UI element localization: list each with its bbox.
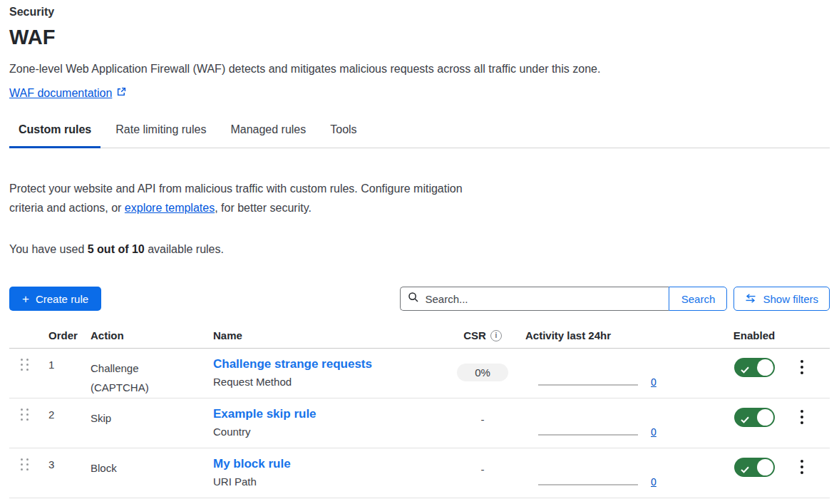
enabled-toggle[interactable] [734, 408, 775, 427]
rule-name-link[interactable]: My block rule [213, 457, 291, 470]
table-row: 1 Challenge (CAPTCHA) Challenge strange … [9, 349, 830, 398]
waf-page: Security WAF Zone-level Web Application … [0, 0, 839, 498]
enabled-toggle[interactable] [734, 358, 775, 377]
search-group: Search [400, 287, 727, 311]
header-csr-label: CSR [463, 329, 486, 341]
create-rule-button[interactable]: + Create rule [9, 287, 101, 311]
tab-bar: Custom rules Rate limiting rules Managed… [9, 123, 830, 148]
intro-line2-pre: criteria and actions, or [9, 202, 125, 214]
drag-handle-icon [21, 458, 39, 470]
drag-handle[interactable] [9, 398, 39, 421]
search-input[interactable] [425, 293, 662, 305]
rule-action: Skip [91, 398, 183, 428]
rule-enabled-cell [734, 349, 775, 380]
rule-field: Request Method [213, 376, 440, 388]
kebab-menu-icon[interactable] [796, 359, 830, 376]
toggle-knob [757, 359, 773, 376]
rule-enabled-cell [734, 398, 775, 430]
enabled-toggle[interactable] [734, 458, 775, 477]
check-icon [741, 463, 749, 476]
kebab-menu-icon[interactable] [796, 408, 830, 426]
activity-sparkline [538, 484, 638, 485]
waf-documentation-link-label: WAF documentation [9, 87, 112, 100]
rule-name-cell: My block rule URI Path [213, 448, 440, 488]
custom-rules-table: Order Action Name CSR i Activity last 24… [9, 329, 830, 498]
intro-line2-post: , for better security. [215, 202, 312, 214]
check-icon [741, 413, 749, 426]
page-description: Zone-level Web Application Firewall (WAF… [9, 61, 830, 76]
page-title: WAF [9, 25, 830, 49]
drag-handle-icon [21, 359, 39, 371]
rule-menu-cell [793, 448, 830, 475]
rule-action: Block [91, 448, 183, 478]
table-row: 2 Skip Example skip rule Country - 0 [9, 398, 830, 448]
table-header-row: Order Action Name CSR i Activity last 24… [9, 329, 830, 349]
rule-name-cell: Example skip rule Country [213, 398, 440, 438]
rule-field: Country [213, 426, 440, 438]
header-order: Order [39, 329, 91, 341]
rule-name-link[interactable]: Challenge strange requests [213, 357, 372, 371]
toggle-knob [757, 409, 773, 426]
rules-toolbar: + Create rule Search [9, 287, 830, 311]
drag-handle-icon [21, 408, 39, 421]
breadcrumb: Security [9, 5, 830, 19]
activity-count-link[interactable]: 0 [651, 376, 657, 388]
table-row: 3 Block My block rule URI Path - 0 [9, 448, 830, 498]
csr-value: 0% [457, 364, 508, 381]
search-icon [408, 292, 419, 306]
rule-order: 1 [39, 349, 91, 371]
tab-custom-rules[interactable]: Custom rules [9, 123, 101, 148]
info-icon[interactable]: i [490, 330, 502, 341]
show-filters-button[interactable]: Show filters [734, 287, 830, 311]
rule-activity-cell: 0 [525, 448, 715, 498]
kebab-menu-icon[interactable] [796, 458, 830, 475]
rule-name-link[interactable]: Example skip rule [213, 407, 316, 421]
intro-line1: Protect your website and API from malici… [9, 182, 463, 195]
swap-arrows-icon [745, 293, 756, 305]
intro-text: Protect your website and API from malici… [9, 179, 830, 217]
rule-csr-cell: - [440, 448, 525, 475]
usage-count: 5 out of 10 [88, 243, 145, 255]
waf-documentation-link[interactable]: WAF documentation [9, 87, 126, 100]
tab-rate-limiting-rules[interactable]: Rate limiting rules [106, 123, 215, 148]
toggle-knob [757, 459, 773, 475]
rule-field: URI Path [213, 475, 440, 488]
plus-icon: + [22, 293, 29, 305]
rule-menu-cell [793, 398, 830, 426]
rule-menu-cell [793, 349, 830, 376]
create-rule-label: Create rule [36, 293, 88, 305]
usage-pre: You have used [9, 243, 88, 255]
header-action: Action [91, 329, 213, 341]
check-icon [741, 364, 749, 376]
rule-activity-cell: 0 [525, 349, 715, 398]
rule-csr-cell: - [440, 398, 525, 426]
usage-summary: You have used 5 out of 10 available rule… [9, 243, 830, 256]
activity-count-link[interactable]: 0 [651, 476, 657, 488]
rule-name-cell: Challenge strange requests Request Metho… [213, 349, 440, 388]
rule-order: 2 [39, 398, 91, 421]
activity-sparkline [538, 434, 638, 436]
header-name: Name [213, 329, 440, 341]
rule-action: Challenge (CAPTCHA) [91, 349, 183, 397]
external-link-icon [116, 87, 126, 100]
tab-tools[interactable]: Tools [321, 123, 366, 148]
show-filters-label: Show filters [763, 293, 818, 305]
activity-sparkline [538, 384, 638, 386]
search-button[interactable]: Search [669, 287, 727, 311]
drag-handle[interactable] [9, 448, 39, 470]
rule-csr-cell: 0% [440, 349, 525, 381]
explore-templates-link[interactable]: explore templates [125, 202, 215, 214]
csr-value: - [481, 463, 485, 475]
header-enabled: Enabled [734, 329, 775, 341]
header-activity: Activity last 24hr [525, 329, 715, 341]
rule-activity-cell: 0 [525, 398, 715, 448]
rule-enabled-cell [734, 448, 775, 480]
rule-order: 3 [39, 448, 91, 470]
csr-value: - [481, 413, 485, 426]
activity-count-link[interactable]: 0 [651, 426, 657, 438]
drag-handle[interactable] [9, 349, 39, 371]
search-box [400, 287, 669, 311]
usage-post: available rules. [145, 243, 224, 255]
tab-managed-rules[interactable]: Managed rules [221, 123, 315, 148]
header-csr: CSR i [463, 329, 502, 341]
